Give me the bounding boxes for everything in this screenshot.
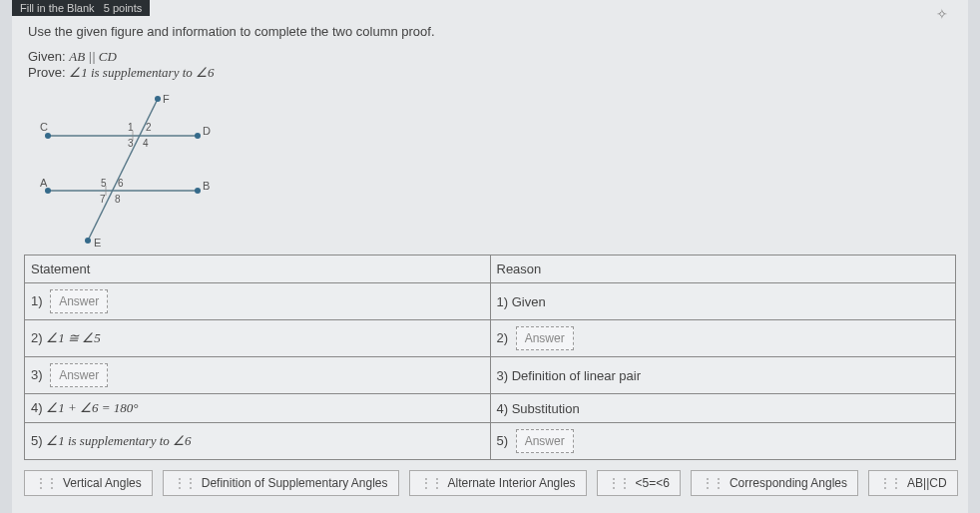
statement-text: 5) ∠1 is supplementary to ∠6	[31, 433, 192, 448]
bank-item-ab-cd[interactable]: ⋮⋮ AB||CD	[868, 470, 958, 496]
bank-item-corresponding[interactable]: ⋮⋮ Corresponding Angles	[691, 470, 858, 496]
svg-point-7	[155, 96, 161, 102]
bank-item-label: AB||CD	[907, 476, 947, 490]
table-row: 5) ∠1 is supplementary to ∠6 5) Answer	[25, 423, 956, 460]
grip-icon: ⋮⋮	[35, 476, 57, 490]
question-type-badge: Fill in the Blank 5 points	[12, 0, 150, 16]
grip-icon: ⋮⋮	[702, 476, 724, 490]
svg-point-8	[85, 238, 91, 244]
bank-item-label: Vertical Angles	[63, 476, 142, 490]
point-a-label: A	[40, 177, 48, 189]
question-type-label: Fill in the Blank	[20, 2, 95, 14]
reason-text: 3) Definition of linear pair	[497, 368, 642, 383]
bank-item-label: Corresponding Angles	[730, 476, 847, 490]
svg-text:7: 7	[100, 194, 106, 205]
bank-item-vertical-angles[interactable]: ⋮⋮ Vertical Angles	[24, 470, 153, 496]
grip-icon: ⋮⋮	[174, 476, 196, 490]
step-number: 2)	[497, 330, 509, 345]
answer-blank-stmt-3[interactable]: Answer	[50, 363, 108, 387]
statement-header: Statement	[25, 256, 491, 283]
svg-text:2: 2	[146, 122, 152, 133]
bank-item-def-supplementary[interactable]: ⋮⋮ Definition of Supplementary Angles	[163, 470, 399, 496]
svg-text:4: 4	[143, 138, 149, 149]
reason-header: Reason	[490, 256, 956, 283]
svg-point-6	[195, 188, 201, 194]
svg-point-4	[195, 133, 201, 139]
bank-item-label: <5=<6	[636, 476, 670, 490]
given-prove-block: Given: AB || CD Prove: ∠1 is supplementa…	[12, 43, 968, 87]
point-c-label: C	[40, 121, 48, 133]
given-label: Given:	[28, 49, 66, 64]
answer-blank-stmt-1[interactable]: Answer	[50, 289, 108, 313]
table-row: 1) Answer 1) Given	[25, 283, 956, 320]
table-row: 3) Answer 3) Definition of linear pair	[25, 357, 956, 394]
bank-item-angle-5-6[interactable]: ⋮⋮ <5=<6	[597, 470, 681, 496]
prove-text: ∠1 is supplementary to ∠6	[69, 65, 214, 80]
grip-icon: ⋮⋮	[879, 476, 901, 490]
points-label: 5 points	[104, 2, 143, 14]
geometry-figure: F C D A B E 1 2 3 4 5 6 7 8	[28, 91, 228, 251]
bank-item-alt-interior[interactable]: ⋮⋮ Alternate Interior Angles	[409, 470, 587, 496]
step-number: 3)	[31, 367, 43, 382]
point-e-label: E	[94, 237, 101, 249]
statement-text: 4) ∠1 + ∠6 = 180°	[31, 400, 138, 415]
answer-blank-reason-5[interactable]: Answer	[516, 429, 574, 453]
point-d-label: D	[203, 125, 211, 137]
bank-item-label: Alternate Interior Angles	[448, 476, 576, 490]
table-row: 4) ∠1 + ∠6 = 180° 4) Substitution	[25, 394, 956, 423]
grip-icon: ⋮⋮	[420, 476, 442, 490]
proof-table: Statement Reason 1) Answer 1) Given 2) ∠…	[24, 255, 956, 460]
reason-text: 1) Given	[497, 294, 546, 309]
reason-text: 4) Substitution	[497, 401, 580, 416]
svg-text:6: 6	[118, 178, 124, 189]
bank-item-label: Definition of Supplementary Angles	[202, 476, 388, 490]
point-f-label: F	[163, 93, 170, 105]
table-row: 2) ∠1 ≅ ∠5 2) Answer	[25, 320, 956, 357]
point-b-label: B	[203, 180, 210, 192]
step-number: 1)	[31, 293, 43, 308]
answer-blank-reason-2[interactable]: Answer	[516, 326, 574, 350]
svg-point-3	[45, 133, 51, 139]
pin-icon[interactable]: ✧	[936, 6, 948, 22]
answer-bank: ⋮⋮ Vertical Angles ⋮⋮ Definition of Supp…	[24, 470, 956, 496]
prove-label: Prove:	[28, 65, 66, 80]
grip-icon: ⋮⋮	[608, 476, 630, 490]
question-prompt: Use the given figure and information to …	[12, 16, 968, 43]
statement-text: 2) ∠1 ≅ ∠5	[31, 330, 101, 345]
step-number: 5)	[497, 433, 509, 448]
svg-line-2	[88, 99, 158, 241]
given-text: AB || CD	[69, 49, 117, 64]
svg-text:8: 8	[115, 194, 121, 205]
